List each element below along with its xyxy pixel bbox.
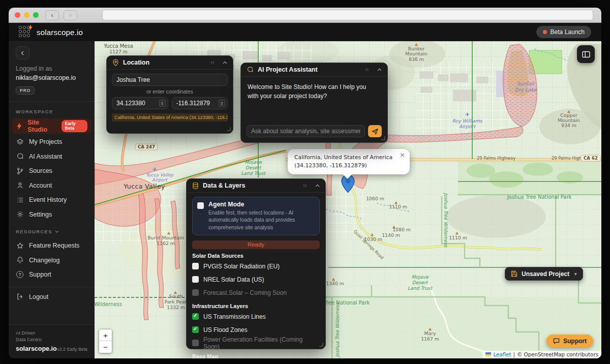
map-label: 1080 m (392, 227, 411, 232)
map-attribution: Leaflet | © OpenStreetMap contributors (482, 351, 601, 358)
maximize-window-icon[interactable] (33, 12, 39, 18)
sidebar-item-support[interactable]: ? Support (16, 267, 87, 282)
number-stepper-icon[interactable]: ▲▼ (159, 100, 166, 107)
support-button[interactable]: Support (546, 335, 593, 347)
assistant-message: Welcome to Site Studio! How can I help y… (241, 77, 379, 106)
sidebar-item-sources[interactable]: Sources (16, 164, 87, 178)
map-label: South (169, 293, 182, 299)
checkbox-unchecked[interactable] (192, 276, 199, 283)
layers-icon (16, 138, 24, 146)
sidebar-collapse-button[interactable] (16, 46, 29, 59)
zoom-in-button[interactable]: + (99, 329, 112, 341)
layer-row-power-generation: Power Generation Facilities (Coming Soon… (192, 337, 320, 350)
agent-mode-title: Agent Mode (208, 201, 315, 208)
lightning-icon (16, 122, 23, 130)
drag-handle-icon[interactable]: ⁞⁞ (365, 68, 369, 72)
map-label: Airport (459, 124, 476, 129)
agent-mode-checkbox[interactable] (197, 202, 204, 209)
layer-row-transmission[interactable]: US Transmission Lines (192, 310, 320, 323)
sidebar-item-site-studio[interactable]: Site Studio Early Beta (12, 118, 92, 134)
forward-button[interactable]: › (64, 10, 77, 20)
minimize-window-icon[interactable] (24, 12, 29, 18)
tagline-line1: AI Driven (16, 330, 87, 337)
layer-row-flood-zones[interactable]: US Flood Zones (192, 323, 320, 337)
sidebar: Logged in as niklas@solarscope.io PRO WO… (9, 41, 95, 358)
address-bar[interactable] (102, 10, 593, 20)
collapse-panel-icon[interactable] (315, 184, 320, 187)
star-icon (16, 241, 24, 250)
checkbox-checked[interactable] (192, 326, 199, 333)
help-circle-icon: ? (16, 270, 24, 279)
map-label: 934 m (561, 123, 576, 128)
save-icon (511, 270, 517, 277)
map-zoom-control: + − (99, 329, 112, 353)
collapse-panel-icon[interactable] (223, 61, 227, 64)
collapse-panel-icon[interactable] (377, 68, 382, 71)
gear-icon (16, 210, 24, 219)
location-search-input[interactable] (112, 74, 228, 86)
logout-icon (16, 293, 24, 301)
brand-name: solarscope.io (37, 28, 83, 37)
sidebar-item-my-projects[interactable]: My Projects (16, 135, 87, 149)
resize-handle[interactable] (227, 127, 231, 131)
leaflet-link[interactable]: Leaflet (493, 351, 511, 357)
checkbox-disabled (192, 289, 199, 296)
ukraine-flag-icon (485, 352, 491, 356)
map[interactable]: Yucca Mesa1127 mBunkerMountain836 mSunfa… (95, 41, 601, 358)
close-window-icon[interactable] (15, 12, 20, 18)
checkbox-disabled (192, 340, 199, 346)
base-map-heading: Base Map (192, 353, 320, 358)
sidebar-item-account[interactable]: Account (16, 178, 87, 193)
map-pin-icon (112, 59, 119, 67)
data-layers-panel: Data & Layers ⁞⁞ Agent Mode Enable first… (186, 178, 326, 349)
popup-text: California, United States of America (34… (294, 154, 392, 169)
drag-handle-icon[interactable]: ⁞⁞ (303, 184, 307, 188)
map-label: Park Peak (164, 299, 188, 305)
ai-assistant-panel-header[interactable]: AI Project Assistant ⁞⁞ (241, 63, 387, 77)
unsaved-project-button[interactable]: Unsaved Project ▾ (505, 267, 583, 281)
infrastructure-heading: Infrastructure Layers (192, 303, 320, 309)
data-layers-panel-header[interactable]: Data & Layers ⁞⁞ (187, 179, 325, 193)
sidebar-item-feature-requests[interactable]: Feature Requests (16, 238, 87, 253)
checkbox-checked[interactable] (192, 313, 199, 320)
early-beta-badge: Early Beta (62, 120, 87, 132)
map-label: 29 Palms Highway (477, 156, 515, 161)
panel-layout-toggle-button[interactable] (577, 45, 595, 63)
map-label: Desert (246, 165, 262, 170)
app-header: solarscope.io Beta Launch (9, 23, 601, 41)
user-icon (16, 181, 24, 190)
map-label: 1060 m (366, 196, 384, 201)
sidebar-item-event-history[interactable]: Event History (16, 193, 87, 207)
layer-row-nrel[interactable]: NREL Solar Data (US) (192, 273, 320, 286)
map-label: Joshua Tree Wilderness (443, 193, 449, 248)
sidebar-item-changelog[interactable]: Changelog (16, 253, 87, 268)
geocode-result: California, United States of America (34… (112, 113, 228, 122)
sidebar-item-logout[interactable]: Logout (16, 290, 87, 305)
send-button[interactable] (368, 125, 382, 137)
workspace-section-label: WORKSPACE (16, 109, 87, 114)
layer-row-pvgis[interactable]: PVGIS Solar Radiation (EU) (192, 260, 320, 273)
popup-close-icon[interactable]: × (400, 151, 405, 158)
number-stepper-icon[interactable]: ▲▼ (219, 100, 225, 107)
map-label: Desert (412, 280, 429, 285)
map-label: Mary (424, 330, 436, 336)
resize-handle[interactable] (381, 136, 385, 140)
sidebar-item-ai-assistant[interactable]: AI Assistant (16, 149, 87, 164)
location-panel-header[interactable]: Location ⁞⁞ (107, 56, 233, 70)
beta-launch-badge[interactable]: Beta Launch (536, 26, 591, 38)
zoom-out-button[interactable]: − (99, 341, 112, 353)
sidebar-item-settings[interactable]: Settings (16, 207, 87, 222)
map-popup: California, United States of America (34… (288, 149, 410, 174)
checkbox-unchecked[interactable] (192, 263, 199, 269)
map-label: ✈ (465, 111, 469, 118)
resize-handle[interactable] (319, 343, 323, 347)
drag-handle-icon[interactable]: ⁞⁞ (211, 60, 215, 65)
resources-section-label[interactable]: RESOURCES (16, 229, 87, 234)
agent-mode-description: Enable first, then select locations - AI… (208, 209, 315, 231)
back-button[interactable]: ‹ (45, 10, 59, 20)
assistant-input[interactable] (247, 125, 365, 137)
browser-titlebar: ‹ › (9, 8, 601, 23)
chat-icon (247, 66, 254, 73)
map-label: Airport (152, 177, 168, 183)
git-branch-icon (16, 167, 24, 175)
